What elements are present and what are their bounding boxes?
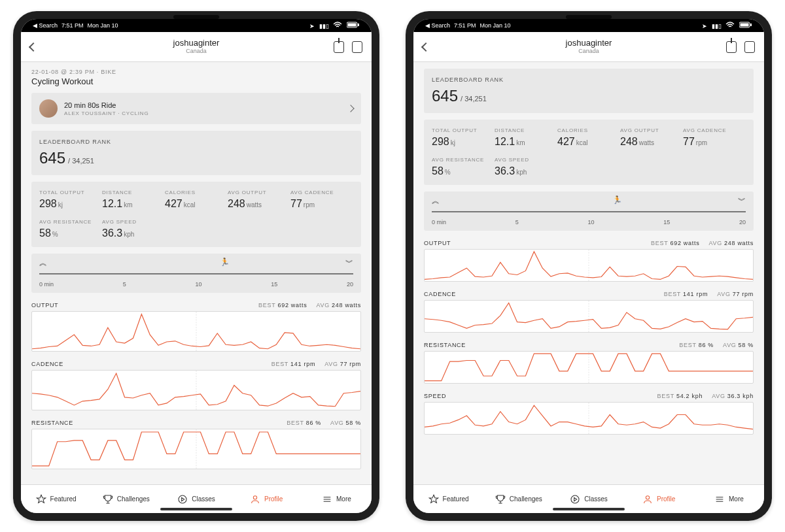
leaderboard-rank: LEADERBOARD RANK 645/ 34,251 [424, 69, 754, 113]
home-indicator[interactable] [160, 508, 232, 510]
back-to-search[interactable]: ◀ Search [33, 22, 58, 29]
challenges-icon [495, 494, 506, 505]
metric: TOTAL OUTPUT298kj [432, 127, 495, 148]
location-icon: ➤ [309, 23, 315, 29]
ipad-right: ◀ Search7:51 PMMon Jan 10 ➤ ▮▮▯ joshuagi… [406, 11, 772, 521]
instructor-avatar [39, 99, 58, 118]
tab-challenges[interactable]: Challenges [483, 485, 553, 513]
running-icon: 🏃 [612, 195, 622, 207]
chevron-down-icon: ︾ [738, 195, 746, 207]
chart-cadence: CADENCE BEST141 rpm AVG77 rpm [31, 361, 361, 410]
back-to-search[interactable]: ◀ Search [425, 22, 450, 29]
location-icon: ➤ [702, 23, 707, 29]
bookmark-button[interactable] [744, 41, 755, 53]
chevron-right-icon [347, 105, 354, 112]
profile-icon [642, 494, 653, 505]
featured-icon [36, 494, 46, 505]
tab-profile[interactable]: Profile [624, 485, 694, 513]
svg-rect-2 [358, 24, 359, 26]
metrics-grid: TOTAL OUTPUT298kjDISTANCE12.1kmCALORIES4… [31, 182, 361, 247]
metric: AVG RESISTANCE58% [432, 157, 495, 177]
svg-rect-1 [348, 24, 357, 27]
chart-output: OUTPUT BEST692 watts AVG248 watts [31, 302, 361, 352]
svg-point-16 [646, 495, 649, 499]
back-button[interactable] [29, 42, 38, 51]
tab-profile[interactable]: Profile [232, 485, 302, 513]
class-subtitle: ALEX TOUSSAINT · CYCLING [64, 110, 148, 116]
home-indicator[interactable] [553, 508, 625, 510]
more-icon [714, 494, 725, 505]
svg-point-15 [571, 495, 579, 503]
chart-resistance: RESISTANCE BEST86 % AVG58 % [31, 420, 361, 469]
metric: AVG OUTPUT248watts [620, 127, 683, 148]
wifi-icon [725, 22, 735, 28]
timeline[interactable]: ︽ 🏃 ︾ 0 min5101520 [31, 254, 361, 293]
chart-speed: SPEED BEST54.2 kph AVG36.3 kph [424, 393, 754, 435]
metric: TOTAL OUTPUT298kj [39, 190, 102, 210]
battery-icon [739, 22, 752, 28]
metric: CALORIES427kcal [557, 127, 620, 148]
page-title: joshuaginter [173, 39, 220, 48]
leaderboard-rank: LEADERBOARD RANK 645/ 34,251 [31, 131, 361, 175]
chevron-up-icon: ︽ [39, 258, 47, 269]
workout-meta: 22-01-08 @ 2:39 PM · BIKE [31, 69, 361, 75]
profile-icon [250, 494, 260, 505]
more-icon [322, 494, 332, 505]
tab-more[interactable]: More [694, 485, 764, 513]
class-title: 20 min 80s Ride [64, 101, 148, 109]
class-row[interactable]: 20 min 80s Ride ALEX TOUSSAINT · CYCLING [31, 93, 361, 124]
featured-icon [428, 494, 439, 505]
chart-resistance: RESISTANCE BEST86 % AVG58 % [424, 342, 754, 384]
svg-rect-10 [750, 24, 752, 26]
metric: DISTANCE12.1km [495, 127, 557, 148]
tab-challenges[interactable]: Challenges [91, 485, 161, 513]
challenges-icon [103, 494, 113, 505]
nav-bar: joshuaginter Canada [21, 32, 372, 62]
share-button[interactable] [334, 41, 344, 53]
bookmark-button[interactable] [352, 41, 362, 53]
metric: CALORIES427kcal [165, 190, 228, 210]
workout-title: Cycling Workout [31, 76, 361, 86]
chevron-up-icon: ︽ [432, 195, 440, 207]
chart-output: OUTPUT BEST692 watts AVG248 watts [424, 240, 754, 282]
metric: AVG SPEED36.3kph [495, 157, 557, 177]
back-button[interactable] [421, 42, 430, 51]
metric: AVG SPEED36.3kph [102, 219, 165, 239]
tab-featured[interactable]: Featured [21, 485, 91, 513]
running-icon: 🏃 [220, 258, 230, 269]
metric: AVG OUTPUT248watts [228, 190, 290, 210]
page-subtitle: Canada [173, 48, 220, 55]
metrics-grid: TOTAL OUTPUT298kjDISTANCE12.1kmCALORIES4… [424, 120, 754, 185]
status-bar: ◀ Search7:51 PMMon Jan 10 ➤ ▮▮▯ [413, 19, 764, 32]
nav-bar: joshuaginter Canada [413, 32, 764, 62]
metric: AVG RESISTANCE58% [39, 219, 102, 239]
status-bar: ◀ Search7:51 PMMon Jan 10 ➤ ▮▮▯ [21, 19, 372, 32]
metric: DISTANCE12.1km [102, 190, 165, 210]
classes-icon [570, 494, 580, 505]
page-title: joshuaginter [566, 39, 612, 48]
wifi-icon [333, 22, 342, 28]
share-button[interactable] [726, 41, 737, 53]
svg-point-7 [253, 495, 256, 499]
classes-icon [177, 494, 188, 505]
chart-cadence: CADENCE BEST141 rpm AVG77 rpm [424, 291, 754, 333]
svg-rect-9 [741, 24, 749, 27]
ipad-left: ◀ Search7:51 PMMon Jan 10 ➤ ▮▮▯ joshuagi… [13, 11, 379, 521]
svg-point-6 [179, 495, 186, 503]
battery-icon [347, 22, 360, 28]
signal-icon: ▮▮▯ [712, 23, 722, 29]
chevron-down-icon: ︾ [345, 258, 353, 269]
timeline[interactable]: ︽ 🏃 ︾ 0 min5101520 [424, 191, 754, 231]
tab-featured[interactable]: Featured [413, 485, 483, 513]
metric: AVG CADENCE77rpm [683, 127, 746, 148]
page-subtitle: Canada [566, 48, 612, 55]
metric: AVG CADENCE77rpm [290, 190, 353, 210]
tab-more[interactable]: More [302, 485, 372, 513]
signal-icon: ▮▮▯ [319, 23, 329, 29]
